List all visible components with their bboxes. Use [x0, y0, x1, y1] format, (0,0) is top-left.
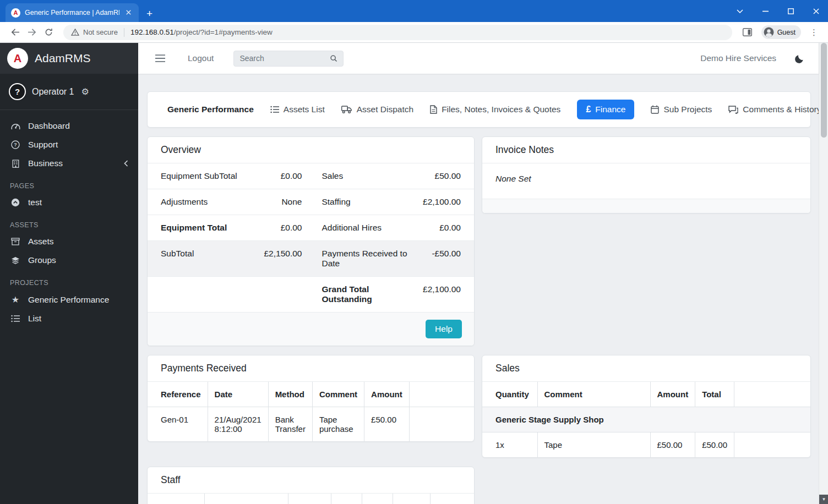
- overview-label: Payments Received to Date: [308, 241, 416, 277]
- dark-mode-moon-icon[interactable]: [795, 54, 804, 63]
- column-header: Amount: [364, 382, 410, 407]
- sidebar-item-label: Support: [28, 140, 58, 150]
- truck-icon: [341, 106, 352, 113]
- page-scrollbar[interactable]: ▼: [819, 43, 828, 504]
- project-tab-comments-history[interactable]: Comments & History: [728, 105, 819, 114]
- tab-search-chevron-icon[interactable]: [736, 7, 744, 15]
- overview-card: Overview Equipment SubTotal £0.00 Sales …: [147, 136, 475, 346]
- list-check-icon: [270, 106, 279, 113]
- sidebar-item-assets[interactable]: Assets: [0, 232, 138, 251]
- project-tab-overview[interactable]: Generic Performance: [167, 105, 254, 114]
- tab-close-icon[interactable]: [124, 8, 133, 18]
- file-icon: [430, 105, 437, 114]
- sales-group-header: Generic Stage Supply Shop: [482, 407, 810, 432]
- staff-header-cell: [288, 494, 331, 504]
- overview-label: SubTotal: [148, 241, 257, 277]
- sales-header-row: Quantity Comment Amount Total: [482, 382, 810, 407]
- back-icon[interactable]: [10, 28, 20, 36]
- staff-header-cell: [331, 494, 362, 504]
- staff-header-cell: [362, 494, 393, 504]
- search-box[interactable]: [233, 51, 344, 67]
- sidebar-item-business[interactable]: Business: [0, 154, 138, 173]
- window-minimize-button[interactable]: [761, 7, 770, 15]
- payments-cell-method: Bank Transfer: [268, 407, 312, 442]
- tab-label: Files, Notes, Invoices & Quotes: [442, 105, 560, 114]
- payments-cell-amount: £50.00: [364, 407, 410, 442]
- operator-block[interactable]: ? Operator 1 ⚙: [0, 74, 138, 110]
- sidebar-item-list[interactable]: List: [0, 309, 138, 328]
- column-header: Reference: [148, 382, 208, 407]
- project-tab-finance[interactable]: £ Finance: [577, 100, 634, 119]
- comments-icon: [728, 106, 738, 114]
- overview-value: £0.00: [257, 215, 308, 241]
- question-circle-icon: ?: [10, 140, 21, 149]
- payments-received-title: Payments Received: [148, 355, 474, 382]
- operator-avatar: ?: [9, 83, 26, 100]
- window-maximize-button[interactable]: [786, 7, 795, 15]
- sidebar-item-dashboard[interactable]: Dashboard: [0, 117, 138, 135]
- sidebar-item-groups[interactable]: Groups: [0, 251, 138, 270]
- forward-icon[interactable]: [28, 28, 37, 36]
- page-content: Generic Performance Assets List Asset Di…: [138, 74, 819, 504]
- overview-value: £0.00: [257, 163, 308, 189]
- overview-value: -£50.00: [416, 241, 474, 277]
- sales-cell-quantity: 1x: [482, 432, 537, 458]
- sales-table: Quantity Comment Amount Total Generic St…: [482, 382, 810, 457]
- browser-menu-icon[interactable]: ⋮: [810, 28, 818, 37]
- help-button[interactable]: Help: [426, 320, 462, 338]
- profile-name: Guest: [777, 29, 796, 36]
- overview-value: [257, 277, 308, 313]
- scrollbar-down-arrow[interactable]: ▼: [819, 495, 828, 504]
- search-icon[interactable]: [330, 54, 337, 62]
- hamburger-icon[interactable]: [155, 54, 165, 62]
- column-header: Comment: [312, 382, 364, 407]
- top-navbar: Logout Demo Hire Services: [138, 43, 819, 74]
- invoice-notes-content: None Set: [482, 163, 810, 199]
- overview-table: Equipment SubTotal £0.00 Sales £50.00 Ad…: [148, 163, 474, 312]
- sales-cell-comment: Tape: [537, 432, 650, 458]
- sidebar-item-label: Dashboard: [28, 121, 70, 131]
- overview-label: [148, 277, 257, 313]
- column-header: Date: [208, 382, 268, 407]
- payments-cell-reference: Gen-01: [148, 407, 208, 442]
- brand[interactable]: A AdamRMS: [0, 43, 138, 74]
- staff-header-row: [148, 494, 474, 504]
- sidebar-item-generic-performance[interactable]: ★ Generic Performance: [0, 290, 138, 309]
- project-tab-files-notes[interactable]: Files, Notes, Invoices & Quotes: [430, 105, 560, 114]
- speedometer-icon: [10, 122, 21, 130]
- overview-value: £2,100.00: [416, 277, 474, 313]
- reload-icon[interactable]: [45, 28, 53, 36]
- staff-header-cell: [204, 494, 288, 504]
- search-input[interactable]: [239, 54, 330, 63]
- url-host: 192.168.0.51: [130, 28, 174, 36]
- tab-label: Assets List: [284, 105, 325, 114]
- project-tab-assets-list[interactable]: Assets List: [270, 105, 325, 114]
- payments-cell-comment: Tape purchase: [312, 407, 364, 442]
- column-header: Amount: [650, 382, 695, 407]
- logout-link[interactable]: Logout: [188, 53, 214, 63]
- gear-icon[interactable]: ⚙: [81, 86, 89, 97]
- invoice-notes-footer: [482, 199, 810, 213]
- layers-icon: [10, 256, 21, 265]
- overview-label: Equipment Total: [148, 215, 257, 241]
- payments-table: Reference Date Method Comment Amount Gen…: [148, 382, 474, 441]
- new-tab-button[interactable]: +: [146, 8, 152, 19]
- browser-profile-button[interactable]: Guest: [761, 25, 801, 39]
- pound-icon: £: [586, 105, 591, 114]
- staff-card: Staff: [147, 467, 475, 504]
- browser-tab[interactable]: A Generic Performance | AdamRMS: [6, 3, 139, 22]
- address-bar[interactable]: Not secure 192.168.0.51/project/?id=1#pa…: [63, 25, 732, 40]
- sales-cell-amount: £50.00: [650, 432, 695, 458]
- column-header: [734, 382, 810, 407]
- split-screen-icon[interactable]: [743, 28, 752, 36]
- payments-cell-empty: [410, 407, 474, 442]
- brand-name: AdamRMS: [35, 52, 91, 65]
- sidebar-item-support[interactable]: ? Support: [0, 135, 138, 154]
- project-tab-sub-projects[interactable]: Sub Projects: [651, 105, 712, 114]
- scrollbar-thumb[interactable]: [821, 43, 827, 138]
- project-tab-asset-dispatch[interactable]: Asset Dispatch: [341, 105, 413, 114]
- column-header: Method: [268, 382, 312, 407]
- window-close-button[interactable]: [811, 7, 820, 15]
- sidebar-item-test[interactable]: test: [0, 193, 138, 212]
- chevron-left-icon[interactable]: [124, 160, 128, 167]
